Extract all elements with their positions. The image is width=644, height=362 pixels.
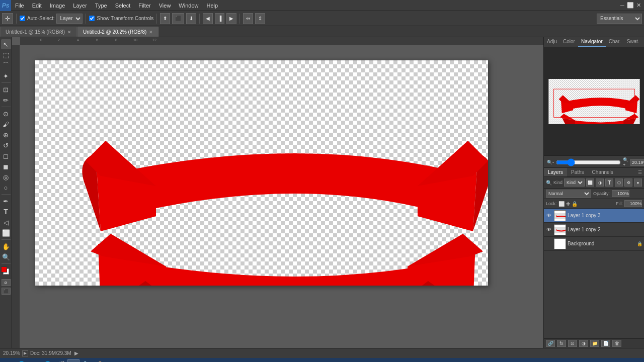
gradient-icon[interactable]: ◼: [1, 161, 11, 171]
minimize-button[interactable]: ─: [619, 2, 626, 9]
lasso-tool-icon[interactable]: ⌒: [1, 60, 11, 70]
start-button[interactable]: ⊞: [2, 359, 14, 362]
auto-select-checkbox[interactable]: [20, 16, 25, 21]
delete-layer-btn[interactable]: 🗑: [612, 340, 621, 347]
layer-row-copy3[interactable]: 👁 Layer 1 copy 3: [544, 209, 644, 223]
align-hcenter-btn[interactable]: ▐: [215, 13, 224, 24]
menu-type[interactable]: Type: [91, 0, 111, 11]
zoom-tool-icon[interactable]: 🔍: [1, 252, 11, 262]
menu-select[interactable]: Select: [111, 0, 135, 11]
panel-tab-color[interactable]: Color: [560, 37, 578, 47]
align-right-btn[interactable]: ▶: [226, 13, 236, 24]
blend-mode-dropdown[interactable]: Normal: [546, 190, 591, 198]
taskbar-misc1-btn[interactable]: 🔧: [80, 359, 93, 362]
new-group-btn[interactable]: 📁: [590, 340, 599, 347]
filter-shape-btn[interactable]: ⬡: [615, 178, 623, 187]
filter-pixel-btn[interactable]: ⬜: [586, 178, 594, 187]
taskbar-browser-btn[interactable]: 🌐: [41, 359, 53, 362]
show-transform-checkbox[interactable]: [89, 16, 95, 21]
menu-file[interactable]: File: [11, 0, 28, 11]
menu-edit[interactable]: Edit: [28, 0, 46, 11]
essentials-dropdown[interactable]: Essentials: [597, 14, 642, 24]
align-vcenter-btn[interactable]: ⬛: [172, 13, 184, 24]
taskbar-ps-btn[interactable]: Ps: [67, 359, 79, 362]
panel-tab-swat[interactable]: Swat.: [624, 37, 642, 47]
filter-smart-btn[interactable]: ⚙: [624, 178, 632, 187]
dist-v-btn[interactable]: ⇕: [255, 13, 265, 24]
taskbar-folder-btn[interactable]: 📁: [28, 359, 40, 362]
taskbar-ie-btn[interactable]: 🌐: [15, 359, 27, 362]
move-tool-icon[interactable]: ↖: [1, 39, 11, 49]
dodge-icon[interactable]: ○: [1, 183, 11, 193]
pen-tool-icon[interactable]: ✒: [1, 196, 11, 206]
clone-stamp-icon[interactable]: ⊕: [1, 130, 11, 140]
path-select-icon[interactable]: ◁: [1, 217, 11, 227]
eraser-icon[interactable]: ◻: [1, 151, 11, 161]
menu-image[interactable]: Image: [46, 0, 69, 11]
dist-h-btn[interactable]: ⇔: [243, 13, 253, 24]
layer-eye-copy3[interactable]: 👁: [545, 212, 552, 219]
layers-panel-menu-icon[interactable]: ☰: [638, 170, 642, 175]
canvas-content[interactable]: [20, 45, 543, 348]
opacity-input[interactable]: [612, 190, 629, 197]
layers-tab-paths[interactable]: Paths: [567, 168, 588, 176]
layer-row-background[interactable]: 👁 Background 🔒: [544, 237, 644, 251]
brush-icon[interactable]: 🖌: [1, 119, 11, 129]
lock-px-icon[interactable]: ⬜: [558, 201, 565, 207]
filter-dropdown[interactable]: Kind: [564, 178, 585, 187]
tab-untitled-1[interactable]: Untitled-1 @ 15% (RGB/8) ✕: [0, 27, 77, 37]
link-layers-btn[interactable]: 🔗: [546, 340, 555, 347]
screen-mode-icon[interactable]: ⬛: [2, 288, 11, 295]
color-swatches[interactable]: [1, 266, 11, 277]
quick-mask-icon[interactable]: ⊘: [2, 279, 11, 286]
zoom-input[interactable]: [630, 159, 644, 166]
lock-move-icon[interactable]: ✚: [566, 201, 570, 207]
filter-toggle-btn[interactable]: ●: [634, 178, 642, 187]
lock-all-icon[interactable]: 🔒: [572, 201, 578, 207]
magic-wand-icon[interactable]: ✦: [1, 71, 11, 81]
move-tool-btn[interactable]: ✛: [2, 13, 13, 24]
tab-untitled-2[interactable]: Untitled-2 @ 20.2% (RGB/8) ✕: [77, 27, 158, 37]
add-mask-btn[interactable]: ⊡: [568, 340, 577, 347]
zoom-slider[interactable]: [556, 160, 621, 164]
taskbar-misc2-btn[interactable]: 📦: [94, 359, 106, 362]
new-layer-btn[interactable]: 📄: [601, 340, 610, 347]
panel-tab-char[interactable]: Char.: [606, 37, 624, 47]
layer-row-copy2[interactable]: 👁 Layer 1 copy 2: [544, 223, 644, 237]
tab-1-close[interactable]: ✕: [67, 27, 71, 37]
zoom-out-icon[interactable]: 🔍-: [547, 160, 554, 165]
close-button[interactable]: ✕: [635, 2, 642, 9]
menu-filter[interactable]: Filter: [134, 0, 154, 11]
tab-2-close[interactable]: ✕: [149, 27, 153, 37]
panel-tab-adju[interactable]: Adju: [544, 37, 560, 47]
new-adjustment-btn[interactable]: ◑: [579, 340, 588, 347]
layer-eye-copy2[interactable]: 👁: [545, 226, 552, 233]
zoom-in-icon[interactable]: 🔍+: [623, 157, 628, 167]
shape-tool-icon[interactable]: ⬜: [1, 228, 11, 238]
taskbar-media-btn[interactable]: 🎬: [54, 359, 66, 362]
history-brush-icon[interactable]: ↺: [1, 140, 11, 150]
fill-input[interactable]: [624, 200, 642, 207]
menu-layer[interactable]: Layer: [69, 0, 91, 11]
spot-heal-icon[interactable]: ⊙: [1, 109, 11, 119]
crop-tool-icon[interactable]: ⊡: [1, 84, 11, 95]
layers-tab-layers[interactable]: Layers: [544, 168, 567, 176]
layers-tab-channels[interactable]: Channels: [588, 168, 617, 176]
hand-tool-icon[interactable]: ✋: [1, 241, 11, 251]
menu-help[interactable]: Help: [202, 0, 222, 11]
type-tool-icon[interactable]: T: [1, 207, 11, 217]
maximize-button[interactable]: ⬜: [627, 2, 634, 9]
auto-select-dropdown[interactable]: Layer: [56, 14, 83, 24]
blur-icon[interactable]: ◎: [1, 172, 11, 182]
selection-tool-icon[interactable]: ⬚: [1, 50, 11, 60]
align-top-btn[interactable]: ⬆: [160, 13, 170, 24]
align-bottom-btn[interactable]: ⬇: [186, 13, 196, 24]
filter-adjust-btn[interactable]: ◑: [596, 178, 604, 187]
filter-type-btn[interactable]: T: [605, 178, 613, 187]
panel-tab-navigator[interactable]: Navigator: [578, 37, 606, 47]
align-left-btn[interactable]: ◀: [203, 13, 213, 24]
menu-window[interactable]: Window: [175, 0, 202, 11]
menu-view[interactable]: View: [155, 0, 175, 11]
status-info-btn[interactable]: ▶: [22, 350, 28, 356]
eyedropper-icon[interactable]: ✏: [1, 95, 11, 105]
